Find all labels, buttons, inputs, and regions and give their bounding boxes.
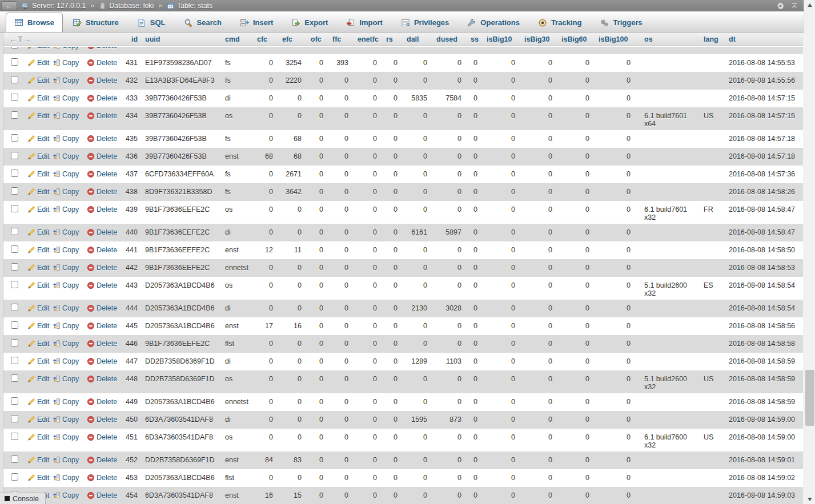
column-header-dt[interactable]: dt (717, 35, 803, 43)
column-header-isBig100[interactable]: isBig100 (593, 35, 634, 43)
edit-link[interactable]: Edit (27, 188, 50, 196)
copy-link[interactable]: Copy (53, 264, 79, 272)
copy-link[interactable]: Copy (53, 322, 79, 330)
breadcrumb-link[interactable]: Table: stats (177, 2, 212, 10)
tab-browse[interactable]: Browse (6, 13, 63, 32)
tab-triggers[interactable]: Triggers (591, 13, 651, 32)
copy-link[interactable]: Copy (53, 246, 79, 255)
row-checkbox[interactable] (11, 245, 18, 253)
row-checkbox[interactable] (11, 152, 18, 159)
delete-link[interactable]: Delete (87, 281, 117, 290)
copy-link[interactable]: Copy (53, 112, 79, 120)
delete-link[interactable]: Delete (87, 264, 117, 272)
edit-link[interactable]: Edit (27, 416, 50, 424)
copy-link[interactable]: Copy (53, 152, 79, 161)
row-checkbox[interactable] (11, 397, 18, 405)
edit-link[interactable]: Edit (27, 474, 50, 482)
row-checkbox[interactable] (11, 228, 18, 235)
delete-link[interactable]: Delete (87, 59, 117, 67)
edit-link[interactable]: Edit (27, 94, 50, 103)
delete-link[interactable]: Delete (87, 375, 117, 384)
copy-link[interactable]: Copy (53, 188, 79, 196)
tab-import[interactable]: Import (338, 13, 391, 32)
copy-link[interactable]: Copy (53, 76, 79, 85)
column-reorder-widget[interactable]: ←T→ (9, 35, 32, 44)
delete-link[interactable]: Delete (87, 491, 117, 500)
scroll-down-button[interactable] (804, 494, 815, 504)
copy-link[interactable]: Copy (53, 94, 79, 103)
row-checkbox[interactable] (11, 357, 18, 364)
row-checkbox[interactable] (11, 94, 18, 101)
settings-gear-icon[interactable] (776, 2, 785, 10)
delete-link[interactable]: Delete (87, 304, 117, 313)
copy-link[interactable]: Copy (53, 47, 79, 50)
edit-link[interactable]: Edit (27, 228, 50, 237)
tab-operations[interactable]: Operations (459, 13, 528, 32)
row-checkbox[interactable] (11, 374, 18, 382)
row-checkbox[interactable] (11, 111, 18, 119)
column-header-ss[interactable]: ss (465, 35, 481, 43)
edit-link[interactable]: Edit (27, 433, 50, 442)
row-checkbox[interactable] (11, 170, 18, 177)
row-checkbox[interactable] (11, 304, 18, 311)
scroll-to-top-icon[interactable] (790, 2, 799, 10)
copy-link[interactable]: Copy (53, 416, 79, 424)
delete-link[interactable]: Delete (87, 205, 117, 214)
column-header-id[interactable]: id (126, 35, 140, 43)
row-checkbox[interactable] (11, 47, 18, 49)
console-toggle[interactable]: Console (0, 493, 46, 504)
copy-link[interactable]: Copy (53, 375, 79, 384)
row-checkbox[interactable] (11, 281, 18, 288)
column-header-ffc[interactable]: ffc (327, 35, 352, 43)
delete-link[interactable]: Delete (87, 170, 117, 179)
copy-link[interactable]: Copy (53, 205, 79, 214)
delete-link[interactable]: Delete (87, 94, 117, 103)
copy-link[interactable]: Copy (53, 491, 79, 500)
edit-link[interactable]: Edit (27, 135, 50, 143)
delete-link[interactable]: Delete (87, 474, 117, 482)
edit-link[interactable]: Edit (27, 246, 50, 255)
row-checkbox[interactable] (11, 187, 18, 195)
row-checkbox[interactable] (11, 415, 18, 422)
copy-link[interactable]: Copy (53, 474, 79, 482)
copy-link[interactable]: Copy (53, 135, 79, 143)
delete-link[interactable]: Delete (87, 456, 117, 465)
copy-link[interactable]: Copy (53, 456, 79, 465)
delete-link[interactable]: Delete (87, 135, 117, 143)
row-checkbox[interactable] (11, 339, 18, 346)
delete-link[interactable]: Delete (87, 357, 117, 366)
copy-link[interactable]: Copy (53, 340, 79, 348)
column-header-isBig30[interactable]: isBig30 (519, 35, 556, 43)
column-header-isBig10[interactable]: isBig10 (481, 35, 519, 43)
edit-link[interactable]: Edit (27, 47, 50, 50)
column-header-efc[interactable]: efc (276, 35, 305, 43)
edit-link[interactable]: Edit (27, 205, 50, 214)
tab-sql[interactable]: SQL (129, 13, 174, 32)
tab-export[interactable]: Export (283, 13, 336, 32)
edit-link[interactable]: Edit (27, 59, 50, 67)
edit-link[interactable]: Edit (27, 340, 50, 348)
tab-insert[interactable]: Insert (231, 13, 282, 32)
row-checkbox[interactable] (11, 76, 18, 83)
delete-link[interactable]: Delete (87, 188, 117, 196)
copy-link[interactable]: Copy (53, 170, 79, 179)
edit-link[interactable]: Edit (27, 281, 50, 290)
copy-link[interactable]: Copy (53, 398, 79, 406)
delete-link[interactable]: Delete (87, 322, 117, 330)
edit-link[interactable]: Edit (27, 357, 50, 366)
delete-link[interactable]: Delete (87, 228, 117, 237)
edit-link[interactable]: Edit (27, 375, 50, 384)
delete-link[interactable]: Delete (87, 433, 117, 442)
row-checkbox[interactable] (11, 263, 18, 271)
edit-link[interactable]: Edit (27, 322, 50, 330)
scrollbar-thumb[interactable] (805, 370, 814, 426)
column-header-dall[interactable]: dall (401, 35, 431, 43)
column-header-lang[interactable]: lang (693, 35, 717, 43)
delete-link[interactable]: Delete (87, 76, 117, 85)
copy-link[interactable]: Copy (53, 304, 79, 313)
column-header-cmd[interactable]: cmd (219, 35, 251, 43)
copy-link[interactable]: Copy (53, 433, 79, 442)
tab-search[interactable]: Search (175, 13, 230, 32)
edit-link[interactable]: Edit (27, 304, 50, 313)
row-checkbox[interactable] (11, 134, 18, 142)
